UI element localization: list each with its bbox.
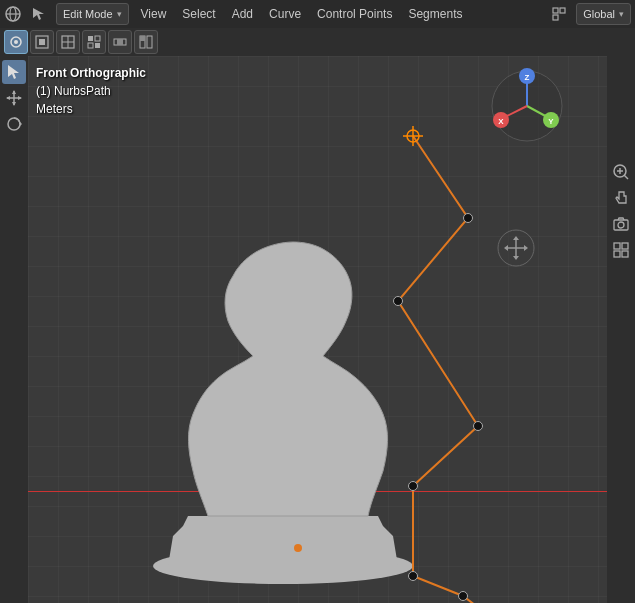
control-point-1[interactable] (464, 214, 473, 223)
control-curve-path (398, 136, 483, 603)
svg-rect-60 (622, 243, 628, 249)
svg-rect-22 (140, 36, 145, 41)
select-box-tool[interactable] (4, 30, 28, 54)
svg-marker-28 (6, 96, 10, 100)
svg-rect-4 (553, 8, 558, 13)
svg-line-56 (624, 175, 628, 179)
tool-3[interactable] (56, 30, 80, 54)
menu-control-points[interactable]: Control Points (309, 0, 400, 28)
app-icon[interactable] (2, 3, 24, 25)
grab-tool[interactable] (609, 186, 633, 210)
menu-select[interactable]: Select (174, 0, 223, 28)
tool-bar-secondary (0, 28, 635, 56)
svg-marker-27 (12, 102, 16, 106)
left-tool-sidebar (0, 56, 28, 603)
svg-rect-10 (39, 39, 45, 45)
control-point-2[interactable] (394, 297, 403, 306)
control-point-4[interactable] (409, 482, 418, 491)
svg-point-58 (618, 222, 624, 228)
menu-segments[interactable]: Segments (400, 0, 470, 28)
3d-viewport[interactable]: Front Orthographic (1) NurbsPath Meters … (28, 56, 607, 603)
origin-point[interactable] (294, 544, 302, 552)
svg-rect-61 (614, 251, 620, 257)
select-circle-tool[interactable] (30, 30, 54, 54)
cursor-icon[interactable] (28, 3, 50, 25)
tool-4[interactable] (82, 30, 106, 54)
right-panel (607, 56, 635, 603)
svg-rect-6 (553, 15, 558, 20)
dropdown-arrow: ▾ (117, 9, 122, 19)
svg-marker-3 (33, 8, 44, 20)
svg-rect-21 (147, 36, 152, 48)
menu-add[interactable]: Add (224, 0, 261, 28)
tool-6[interactable] (134, 30, 158, 54)
svg-rect-59 (614, 243, 620, 249)
top-menu-bar: Edit Mode ▾ View Select Add Curve Contro… (0, 0, 635, 28)
control-point-5[interactable] (409, 572, 418, 581)
scene-icon[interactable] (548, 3, 570, 25)
svg-rect-5 (560, 8, 565, 13)
menu-view[interactable]: View (133, 0, 175, 28)
svg-point-8 (14, 40, 18, 44)
camera-tool[interactable] (609, 212, 633, 236)
svg-rect-62 (622, 251, 628, 257)
svg-marker-31 (20, 122, 22, 126)
zoom-in-tool[interactable] (609, 160, 633, 184)
rotate-tool[interactable] (2, 112, 26, 136)
svg-rect-14 (88, 36, 93, 41)
edit-mode-label: Edit Mode (63, 8, 113, 20)
menu-curve[interactable]: Curve (261, 0, 309, 28)
svg-marker-29 (18, 96, 22, 100)
svg-rect-17 (95, 43, 100, 48)
svg-rect-16 (88, 43, 93, 48)
scene-svg (28, 56, 607, 603)
move-tool[interactable] (2, 86, 26, 110)
control-point-3[interactable] (474, 422, 483, 431)
grid-tool[interactable] (609, 238, 633, 262)
edit-mode-selector[interactable]: Edit Mode ▾ (56, 3, 129, 25)
control-point-top[interactable] (403, 126, 423, 146)
global-arrow: ▾ (619, 9, 624, 19)
pan-icon[interactable] (498, 230, 534, 266)
global-selector[interactable]: Global ▾ (576, 3, 631, 25)
svg-marker-26 (12, 90, 16, 94)
svg-marker-23 (8, 65, 19, 79)
svg-rect-19 (117, 39, 123, 45)
tool-5[interactable] (108, 30, 132, 54)
control-point-6[interactable] (459, 592, 468, 601)
cursor-tool[interactable] (2, 60, 26, 84)
global-label: Global (583, 8, 615, 20)
svg-rect-15 (95, 36, 100, 41)
